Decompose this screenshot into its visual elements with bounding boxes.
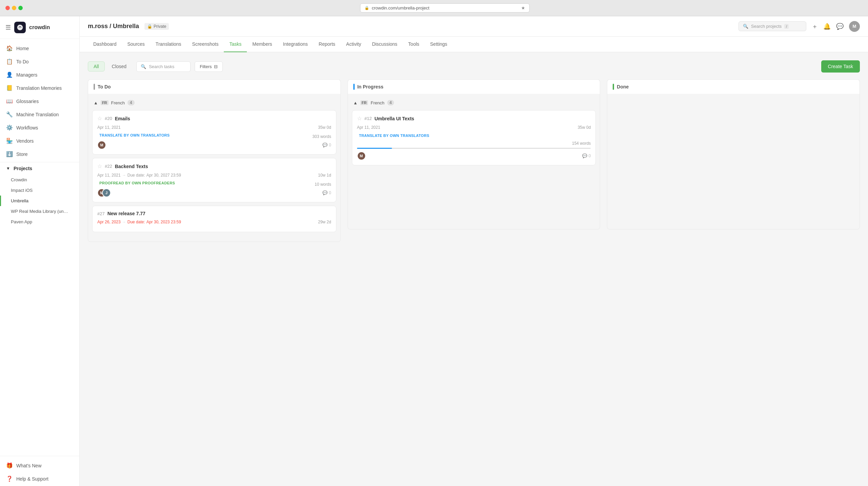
sidebar-item-todo[interactable]: 📋 To Do: [0, 55, 79, 68]
create-task-button[interactable]: Create Task: [821, 60, 860, 73]
task-20-time: 35w 0d: [318, 125, 331, 130]
filter-tab-closed[interactable]: Closed: [106, 61, 133, 72]
task-20-star[interactable]: ☆: [97, 115, 102, 122]
projects-collapse-toggle[interactable]: ▼ Projects: [0, 162, 79, 175]
column-header-done: Done: [607, 79, 860, 94]
task-card-27[interactable]: #27 New release 7.77 Apr 26, 2023 → Due …: [92, 206, 336, 232]
tab-screenshots[interactable]: Screenshots: [187, 37, 224, 52]
task-12-meta: Apr 11, 2021 35w 0d: [357, 125, 591, 130]
sidebar-project-umbrella[interactable]: Umbrella: [0, 196, 79, 206]
sidebar-item-machine-translation-label: Machine Translation: [16, 112, 59, 117]
sidebar-item-workflows-label: Workflows: [16, 125, 38, 130]
task-12-header: ☆ #12 Umbrella UI Texts: [357, 115, 591, 122]
sidebar-item-store[interactable]: ⬇️ Store: [0, 147, 79, 161]
tab-reports[interactable]: Reports: [313, 37, 341, 52]
sidebar-item-managers[interactable]: 👤 Managers: [0, 68, 79, 81]
task-20-date: Apr 11, 2021: [97, 125, 121, 130]
column-todo-label: To Do: [98, 84, 111, 89]
sidebar-project-paven-app[interactable]: Paven App: [0, 217, 79, 227]
search-tasks-placeholder: Search tasks: [149, 64, 174, 69]
messages-icon[interactable]: 💬: [836, 23, 844, 30]
task-20-meta: Apr 11, 2021 35w 0d: [97, 125, 331, 130]
project-impact-ios-label: Impact iOS: [11, 188, 33, 193]
tab-activity[interactable]: Activity: [341, 37, 367, 52]
home-icon: 🏠: [6, 45, 13, 52]
tab-tasks[interactable]: Tasks: [224, 37, 247, 52]
french-task-count: 4: [127, 100, 135, 105]
tab-translations[interactable]: Translations: [150, 37, 187, 52]
close-button[interactable]: [5, 6, 10, 10]
language-header-fr-progress[interactable]: ▲ FR French 4: [352, 98, 596, 107]
project-umbrella-label: Umbrella: [11, 198, 28, 203]
managers-icon: 👤: [6, 72, 13, 78]
private-badge: 🔒 Private: [144, 23, 169, 30]
task-12-comment-count: 0: [589, 154, 591, 158]
sidebar-item-translation-memories[interactable]: 📒 Translation Memories: [0, 81, 79, 95]
task-20-title: Emails: [115, 116, 130, 121]
sidebar-item-glossaries[interactable]: 📖 Glossaries: [0, 95, 79, 108]
task-27-date: Apr 26, 2023: [97, 220, 121, 224]
add-icon[interactable]: ＋: [812, 22, 818, 31]
sidebar-item-todo-label: To Do: [16, 59, 29, 64]
app-container: ☰ crowdin 🏠 Home 📋 To Do 👤 Managers: [0, 16, 868, 486]
task-card-12[interactable]: ☆ #12 Umbrella UI Texts Apr 11, 2021 35w…: [352, 110, 596, 165]
search-tasks-icon: 🔍: [141, 64, 146, 69]
sidebar-item-workflows[interactable]: ⚙️ Workflows: [0, 121, 79, 134]
task-card-22[interactable]: ☆ #22 Backend Texts Apr 11, 2021 → Due d…: [92, 158, 336, 202]
filter-bar: All Closed 🔍 Search tasks Filters ⊟ Crea…: [88, 60, 860, 73]
task-20-id: #20: [105, 116, 112, 121]
sidebar-item-vendors[interactable]: 🏪 Vendors: [0, 134, 79, 147]
bookmark-icon[interactable]: ★: [521, 5, 525, 11]
project-crowdin-label: Crowdin: [11, 177, 27, 182]
task-22-comment-count: 0: [329, 190, 331, 195]
filters-button[interactable]: Filters ⊟: [195, 61, 222, 72]
nav-tabs: Dashboard Sources Translations Screensho…: [80, 37, 868, 52]
notifications-icon[interactable]: 🔔: [823, 23, 831, 30]
tab-dashboard[interactable]: Dashboard: [88, 37, 122, 52]
sidebar-header: ☰ crowdin: [0, 16, 79, 39]
search-projects-placeholder: Search projects: [751, 24, 782, 29]
sidebar-item-managers-label: Managers: [16, 72, 37, 78]
hamburger-menu-icon[interactable]: ☰: [5, 24, 11, 31]
task-12-title: Umbrella UI Texts: [374, 116, 414, 121]
task-22-due: Apr 11, 2021 → Due date: Apr 30, 2027 23…: [97, 173, 331, 178]
language-header-fr-todo[interactable]: ▲ FR French 4: [92, 98, 336, 107]
sidebar-item-machine-translation[interactable]: 🔧 Machine Translation: [0, 108, 79, 121]
task-12-date: Apr 11, 2021: [357, 125, 380, 130]
content-area: All Closed 🔍 Search tasks Filters ⊟ Crea…: [80, 52, 868, 486]
project-paven-app-label: Paven App: [11, 219, 32, 224]
tab-discussions[interactable]: Discussions: [367, 37, 403, 52]
tab-tools[interactable]: Tools: [403, 37, 425, 52]
sidebar-item-help-support-label: Help & Support: [16, 476, 48, 482]
search-tasks-input[interactable]: 🔍 Search tasks: [136, 61, 191, 72]
maximize-button[interactable]: [18, 6, 23, 10]
sidebar: ☰ crowdin 🏠 Home 📋 To Do 👤 Managers: [0, 16, 80, 486]
tab-settings[interactable]: Settings: [425, 37, 453, 52]
sidebar-bottom: 🎁 What's New ❓ Help & Support: [0, 456, 79, 486]
sidebar-project-crowdin[interactable]: Crowdin: [0, 175, 79, 185]
task-27-time: 29w 2d: [318, 220, 331, 224]
tab-members[interactable]: Members: [247, 37, 277, 52]
lock-icon: 🔒: [364, 6, 369, 10]
sidebar-item-home[interactable]: 🏠 Home: [0, 42, 79, 55]
search-projects-input[interactable]: 🔍 Search projects /: [738, 21, 806, 31]
task-22-star[interactable]: ☆: [97, 163, 102, 169]
minimize-button[interactable]: [12, 6, 16, 10]
tab-sources[interactable]: Sources: [122, 37, 150, 52]
address-bar[interactable]: 🔒 crowdin.com/umbrella-project ★: [360, 3, 530, 13]
comment-icon: 💬: [322, 143, 328, 147]
sidebar-item-help-support[interactable]: ❓ Help & Support: [0, 472, 79, 485]
sidebar-project-wp-real-media[interactable]: WP Real Media Library (un…: [0, 206, 79, 217]
user-avatar[interactable]: M: [849, 21, 860, 32]
kanban-board: To Do ▲ FR French 4: [88, 79, 860, 249]
task-12-star[interactable]: ☆: [357, 115, 362, 122]
projects-section: ▼ Projects Crowdin Impact iOS Umbrella W…: [0, 162, 79, 227]
svg-point-0: [17, 25, 23, 31]
column-header-todo: To Do: [88, 79, 341, 94]
tab-integrations[interactable]: Integrations: [278, 37, 313, 52]
sidebar-item-whats-new[interactable]: 🎁 What's New: [0, 459, 79, 472]
sidebar-project-impact-ios[interactable]: Impact iOS: [0, 185, 79, 196]
filter-tab-all[interactable]: All: [88, 61, 105, 72]
task-20-header: ☆ #20 Emails: [97, 115, 331, 122]
task-card-20[interactable]: ☆ #20 Emails Apr 11, 2021 35w 0d TRANSLA…: [92, 110, 336, 155]
